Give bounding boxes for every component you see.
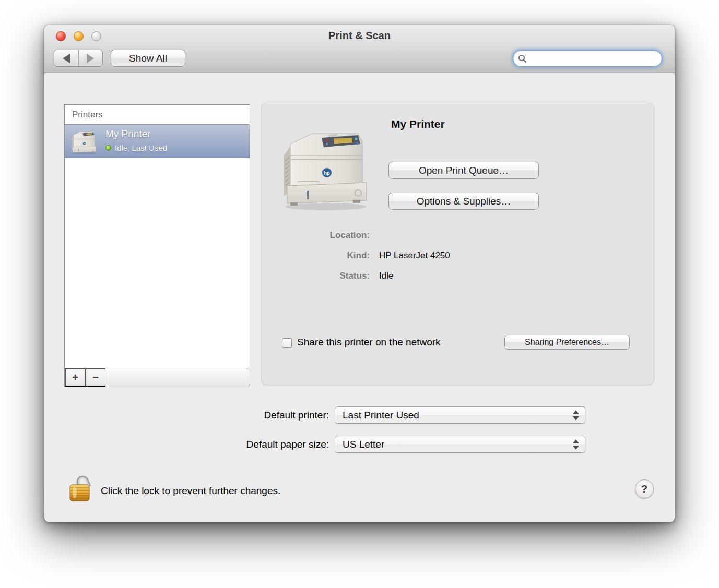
show-all-button[interactable]: Show All [111, 50, 185, 67]
lock-hint-text: Click the lock to prevent further change… [101, 485, 280, 497]
popup-stepper-icon [573, 436, 579, 452]
info-row-kind: Kind: HP LaserJet 4250 [262, 249, 654, 269]
nav-back-forward [54, 50, 103, 67]
search-field[interactable] [513, 50, 662, 67]
back-arrow-icon [63, 54, 70, 63]
printer-detail-name: My Printer [391, 118, 445, 130]
share-printer-label: Share this printer on the network [297, 337, 441, 348]
printer-info: Location: Kind: HP LaserJet 4250 Status:… [262, 229, 654, 290]
printer-thumbnail-icon [68, 129, 99, 155]
printers-list-toolbar: + − [65, 368, 250, 387]
printer-detail-panel: My Printer Open Print Queue… Options & S… [261, 103, 654, 385]
printers-list: Printers My Printer Idle, Last Used + − [64, 104, 250, 387]
help-button[interactable]: ? [635, 479, 654, 498]
printer-item-status: Idle, Last Used [105, 143, 167, 152]
search-icon [518, 54, 527, 63]
info-row-status: Status: Idle [262, 269, 654, 290]
back-button[interactable] [54, 50, 78, 66]
print-scan-window: Print & Scan Show All Printers My Printe… [44, 25, 675, 522]
status-green-dot-icon [105, 145, 111, 151]
add-printer-button[interactable]: + [65, 368, 85, 387]
default-printer-popup[interactable]: Last Printer Used [335, 406, 585, 424]
options-supplies-button[interactable]: Options & Supplies… [388, 193, 539, 210]
printer-item-name: My Printer [105, 128, 151, 140]
default-paper-size-value: US Letter [335, 439, 384, 450]
window-title: Print & Scan [44, 30, 675, 42]
default-printer-value: Last Printer Used [335, 410, 419, 421]
unlocked-lock-icon[interactable] [67, 471, 96, 503]
share-printer-checkbox[interactable] [282, 338, 292, 348]
info-row-location: Location: [262, 229, 654, 249]
preferences-content: Printers My Printer Idle, Last Used + − … [44, 73, 675, 522]
sharing-preferences-button[interactable]: Sharing Preferences… [504, 335, 630, 350]
forward-arrow-icon [87, 54, 94, 63]
default-paper-size-popup[interactable]: US Letter [335, 436, 585, 453]
printer-image [275, 123, 374, 212]
default-printer-label: Default printer: [178, 406, 329, 424]
popup-stepper-icon [573, 407, 579, 423]
window-toolbar: Print & Scan Show All [44, 25, 675, 73]
printer-list-item[interactable]: My Printer Idle, Last Used [65, 125, 250, 158]
search-input[interactable] [527, 51, 662, 66]
remove-printer-button[interactable]: − [85, 368, 105, 387]
default-paper-size-label: Default paper size: [178, 436, 329, 453]
printers-list-header: Printers [65, 105, 250, 125]
forward-button[interactable] [78, 50, 103, 66]
open-print-queue-button[interactable]: Open Print Queue… [388, 162, 539, 179]
